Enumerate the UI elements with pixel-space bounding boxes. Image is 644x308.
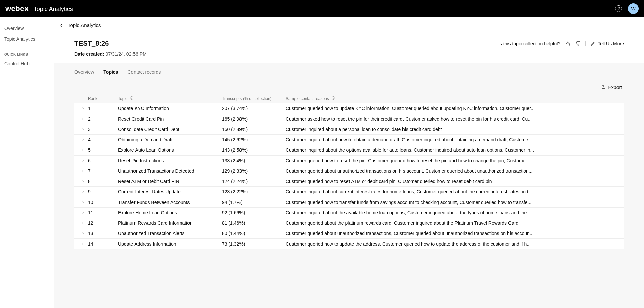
tell-us-more-button[interactable]: Tell Us More — [590, 41, 624, 46]
cell-sample: Customer queried how to update the addre… — [286, 241, 621, 247]
expand-icon[interactable] — [78, 138, 88, 141]
expand-icon[interactable] — [78, 190, 88, 193]
cell-topic: Obtaining a Demand Draft — [118, 137, 222, 142]
th-topic-label: Topic — [118, 96, 127, 101]
feedback-prompt: Is this topic collection helpful? — [498, 41, 560, 46]
tab-contact-records[interactable]: Contact records — [127, 68, 161, 78]
thumbs-down-icon[interactable] — [575, 41, 581, 46]
expand-icon[interactable] — [78, 159, 88, 162]
expand-icon[interactable] — [78, 117, 88, 121]
cell-transcripts: 92 (1.66%) — [222, 210, 286, 215]
info-icon[interactable] — [130, 96, 134, 100]
table-header: Rank Topic Transcripts (% of collection)… — [74, 94, 624, 103]
help-icon[interactable]: ? — [615, 5, 622, 12]
expand-icon[interactable] — [78, 128, 88, 131]
cell-sample: Customer inquired about a personal loan … — [286, 127, 621, 132]
tab-overview[interactable]: Overview — [74, 68, 94, 78]
table-row[interactable]: 9Current Interest Rates Update123 (2.22%… — [74, 186, 624, 197]
cell-topic: Current Interest Rates Update — [118, 189, 222, 194]
cell-transcripts: 81 (1.46%) — [222, 220, 286, 226]
expand-icon[interactable] — [78, 211, 88, 214]
expand-icon[interactable] — [78, 169, 88, 173]
export-label: Export — [608, 85, 622, 90]
cell-rank: 11 — [88, 210, 118, 215]
tab-topics[interactable]: Topics — [103, 68, 118, 78]
cell-rank: 13 — [88, 231, 118, 236]
table-row[interactable]: 4Obtaining a Demand Draft145 (2.62%)Cust… — [74, 134, 624, 145]
export-button[interactable]: Export — [599, 83, 624, 91]
sidebar-item-control-hub[interactable]: Control Hub — [0, 58, 54, 69]
table-row[interactable]: 5Explore Auto Loan Options143 (2.58%)Cus… — [74, 145, 624, 155]
cell-rank: 12 — [88, 220, 118, 226]
content-area: Overview Topics Contact records Export R… — [54, 63, 644, 308]
avatar-initial: W — [631, 6, 635, 11]
header-left: TEST_8:26 Date created: 07/31/24, 02:56 … — [74, 40, 147, 57]
table-row[interactable]: 12Platinum Rewards Card Information81 (1… — [74, 218, 624, 228]
cell-topic: Reset Credit Card Pin — [118, 116, 222, 122]
sidebar-item-overview[interactable]: Overview — [0, 23, 54, 34]
feedback-bar: Is this topic collection helpful? Tell U… — [498, 40, 624, 46]
table-row[interactable]: 1Update KYC Information207 (3.74%)Custom… — [74, 103, 624, 114]
cell-transcripts: 207 (3.74%) — [222, 106, 286, 111]
cell-sample: Customer inquired about the options avai… — [286, 147, 621, 153]
feedback-divider — [585, 41, 586, 46]
table-row[interactable]: 6Reset Pin Instructions133 (2.4%)Custome… — [74, 155, 624, 166]
brand-logo: webex — [5, 4, 29, 13]
expand-icon[interactable] — [78, 107, 88, 110]
cell-topic: Reset Pin Instructions — [118, 158, 222, 163]
cell-transcripts: 123 (2.22%) — [222, 189, 286, 194]
cell-rank: 9 — [88, 189, 118, 194]
expand-icon[interactable] — [78, 242, 88, 246]
cell-sample: Customer queried about unauthorized tran… — [286, 231, 621, 236]
tab-label: Overview — [74, 69, 94, 75]
cell-sample: Customer queried about the platinum rewa… — [286, 220, 621, 226]
table-row[interactable]: 3Consolidate Credit Card Debt160 (2.89%)… — [74, 124, 624, 134]
export-icon — [601, 84, 606, 90]
table-body: 1Update KYC Information207 (3.74%)Custom… — [74, 103, 624, 249]
date-created: Date created: 07/31/24, 02:56 PM — [74, 51, 147, 57]
page-title: TEST_8:26 — [74, 40, 147, 47]
expand-icon[interactable] — [78, 221, 88, 225]
cell-transcripts: 133 (2.4%) — [222, 158, 286, 163]
tab-label: Contact records — [127, 69, 161, 75]
back-icon[interactable] — [59, 23, 64, 28]
table-row[interactable]: 14Update Address Information73 (1.32%)Cu… — [74, 238, 624, 249]
th-sample: Sample contact reasons — [286, 96, 621, 101]
cell-topic: Transfer Funds Between Accounts — [118, 200, 222, 205]
avatar[interactable]: W — [628, 3, 639, 14]
expand-icon[interactable] — [78, 201, 88, 204]
sidebar-item-topic-analytics[interactable]: Topic Analytics — [0, 34, 54, 44]
thumbs-up-icon[interactable] — [565, 41, 571, 46]
cell-topic: Update KYC Information — [118, 106, 222, 111]
expand-icon[interactable] — [78, 148, 88, 152]
expand-icon[interactable] — [78, 232, 88, 235]
th-sample-label: Sample contact reasons — [286, 96, 329, 101]
cell-transcripts: 165 (2.98%) — [222, 116, 286, 122]
th-transcripts: Transcripts (% of collection) — [222, 96, 286, 101]
breadcrumb: Topic Analytics — [54, 17, 644, 33]
expand-icon[interactable] — [78, 180, 88, 183]
tab-label: Topics — [103, 69, 118, 75]
breadcrumb-text: Topic Analytics — [68, 22, 101, 28]
table-row[interactable]: 10Transfer Funds Between Accounts94 (1.7… — [74, 197, 624, 207]
th-topic: Topic — [118, 96, 222, 101]
table-row[interactable]: 8Reset ATM or Debit Card PIN124 (2.24%)C… — [74, 176, 624, 186]
cell-topic: Unauthorized Transactions Detected — [118, 168, 222, 174]
cell-rank: 1 — [88, 106, 118, 111]
help-glyph: ? — [618, 6, 620, 11]
th-rank: Rank — [88, 96, 118, 101]
cell-topic: Explore Home Loan Options — [118, 210, 222, 215]
table-row[interactable]: 13Unauthorized Transaction Alerts80 (1.4… — [74, 228, 624, 238]
table-row[interactable]: 2Reset Credit Card Pin165 (2.98%)Custome… — [74, 114, 624, 124]
cell-transcripts: 145 (2.62%) — [222, 137, 286, 142]
cell-sample: Customer queried how to reset the pin, C… — [286, 158, 621, 163]
cell-topic: Reset ATM or Debit Card PIN — [118, 179, 222, 184]
cell-rank: 5 — [88, 147, 118, 153]
table-row[interactable]: 7Unauthorized Transactions Detected129 (… — [74, 166, 624, 176]
pencil-icon — [590, 41, 596, 46]
info-icon[interactable] — [331, 96, 335, 100]
cell-sample: Customer queried how to transfer funds f… — [286, 200, 621, 205]
cell-topic: Platinum Rewards Card Information — [118, 220, 222, 226]
topbar: webex Topic Analytics ? W — [0, 0, 644, 17]
table-row[interactable]: 11Explore Home Loan Options92 (1.66%)Cus… — [74, 207, 624, 218]
